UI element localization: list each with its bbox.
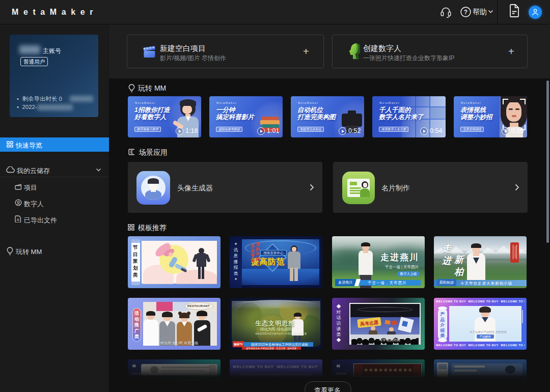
svg-text:?: ? xyxy=(464,9,468,16)
